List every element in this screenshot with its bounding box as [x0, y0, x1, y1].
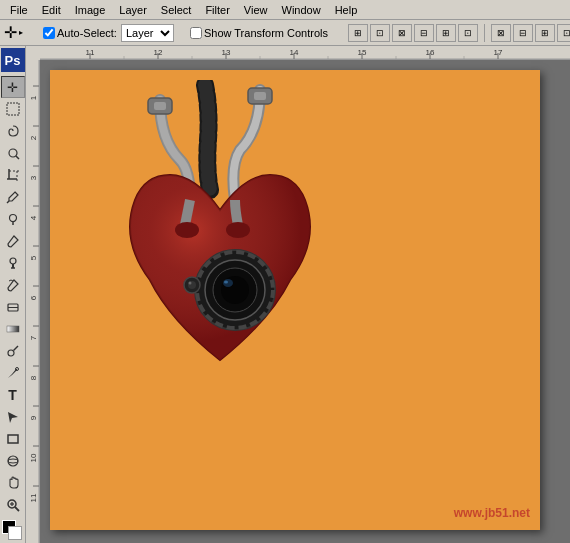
svg-text:13: 13 — [222, 48, 231, 57]
svg-point-1 — [9, 149, 17, 157]
tool-type[interactable]: T — [1, 384, 25, 406]
transform-controls: ⊞ ⊡ ⊠ ⊟ ⊞ ⊡ ⊠ ⊟ ⊞ ⊡ ⊠ ⊟ — [348, 24, 570, 42]
svg-text:10: 10 — [29, 453, 38, 462]
align-right-btn[interactable]: ⊠ — [392, 24, 412, 42]
svg-text:6: 6 — [29, 295, 38, 300]
align-center-h-btn[interactable]: ⊡ — [370, 24, 390, 42]
tool-dodge[interactable] — [1, 340, 25, 362]
svg-text:14: 14 — [290, 48, 299, 57]
tool-move[interactable]: ✛ — [1, 76, 25, 98]
align-bottom-btn[interactable]: ⊡ — [458, 24, 478, 42]
svg-text:4: 4 — [29, 215, 38, 220]
svg-rect-0 — [7, 103, 19, 115]
menu-window[interactable]: Window — [276, 3, 327, 17]
svg-point-85 — [226, 222, 250, 238]
tool-path-select[interactable] — [1, 406, 25, 428]
document-canvas[interactable]: www.jb51.net — [40, 60, 570, 543]
tool-crop[interactable] — [1, 164, 25, 186]
svg-line-17 — [13, 346, 18, 351]
tool-eraser[interactable] — [1, 296, 25, 318]
main-layout: Ps ✛ — [0, 46, 570, 543]
heart-illustration — [80, 80, 360, 460]
show-transform-label: Show Transform Controls — [204, 27, 328, 39]
ruler-left: 1 2 3 4 5 6 7 8 9 10 11 — [26, 46, 40, 543]
distribute-h-btn[interactable]: ⊟ — [513, 24, 533, 42]
svg-rect-71 — [154, 102, 166, 110]
svg-text:1: 1 — [29, 95, 38, 100]
svg-point-84 — [175, 222, 199, 238]
svg-point-80 — [224, 281, 228, 284]
options-divider-4 — [484, 24, 485, 42]
svg-rect-73 — [254, 92, 266, 100]
menu-view[interactable]: View — [238, 3, 274, 17]
svg-text:2: 2 — [29, 135, 38, 140]
svg-text:15: 15 — [358, 48, 367, 57]
menu-layer[interactable]: Layer — [113, 3, 153, 17]
watermark: www.jb51.net — [454, 506, 530, 520]
svg-point-21 — [8, 459, 18, 463]
tool-brush[interactable] — [1, 230, 25, 252]
auto-select-check[interactable]: Auto-Select: — [43, 27, 117, 39]
menu-select[interactable]: Select — [155, 3, 198, 17]
tool-zoom[interactable] — [1, 494, 25, 516]
svg-point-10 — [10, 258, 16, 264]
align-left-btn[interactable]: ⊞ — [348, 24, 368, 42]
show-transform-check[interactable]: Show Transform Controls — [190, 27, 328, 39]
tool-3d[interactable] — [1, 450, 25, 472]
ruler-top: 11 12 13 14 15 16 17 — [40, 46, 570, 60]
document-inner: www.jb51.net — [50, 70, 540, 530]
svg-text:3: 3 — [29, 175, 38, 180]
tool-lasso[interactable] — [1, 120, 25, 142]
svg-text:8: 8 — [29, 375, 38, 380]
svg-point-79 — [223, 279, 233, 287]
svg-point-16 — [8, 350, 14, 356]
align-center-v-btn[interactable]: ⊞ — [436, 24, 456, 42]
svg-point-20 — [8, 456, 18, 466]
svg-text:17: 17 — [494, 48, 503, 57]
svg-line-23 — [15, 507, 19, 511]
svg-rect-15 — [7, 326, 19, 332]
svg-line-7 — [7, 201, 9, 203]
svg-rect-19 — [8, 435, 18, 443]
tool-gradient[interactable] — [1, 318, 25, 340]
svg-line-2 — [16, 156, 19, 159]
auto-select-checkbox[interactable] — [43, 27, 55, 39]
auto-select-dropdown[interactable]: Layer Group — [121, 24, 174, 42]
color-swatches[interactable] — [2, 520, 24, 542]
tool-healing[interactable] — [1, 208, 25, 230]
move-tool-icon: ✛▸ — [4, 23, 23, 42]
svg-text:16: 16 — [426, 48, 435, 57]
distribute-top-btn[interactable]: ⊡ — [557, 24, 570, 42]
menu-edit[interactable]: Edit — [36, 3, 67, 17]
svg-text:11: 11 — [29, 493, 38, 502]
tool-pen[interactable] — [1, 362, 25, 384]
tool-quick-select[interactable] — [1, 142, 25, 164]
svg-text:5: 5 — [29, 255, 38, 260]
tool-eyedropper[interactable] — [1, 186, 25, 208]
menu-help[interactable]: Help — [329, 3, 364, 17]
menu-file[interactable]: File — [4, 3, 34, 17]
tool-clone-stamp[interactable] — [1, 252, 25, 274]
svg-point-8 — [9, 215, 16, 222]
ruler-corner — [26, 46, 40, 60]
distribute-left-btn[interactable]: ⊠ — [491, 24, 511, 42]
svg-text:9: 9 — [29, 415, 38, 420]
svg-text:11: 11 — [86, 48, 95, 57]
svg-point-83 — [189, 282, 192, 285]
tool-hand[interactable] — [1, 472, 25, 494]
align-top-btn[interactable]: ⊟ — [414, 24, 434, 42]
menu-image[interactable]: Image — [69, 3, 112, 17]
tool-marquee[interactable] — [1, 98, 25, 120]
options-bar: ✛▸ Auto-Select: Layer Group Show Transfo… — [0, 20, 570, 46]
tool-history-brush[interactable] — [1, 274, 25, 296]
show-transform-checkbox[interactable] — [190, 27, 202, 39]
svg-text:7: 7 — [29, 335, 38, 340]
auto-select-label: Auto-Select: — [57, 27, 117, 39]
toolbar: Ps ✛ — [0, 46, 26, 543]
svg-text:12: 12 — [154, 48, 163, 57]
tool-rectangle[interactable] — [1, 428, 25, 450]
menu-bar: File Edit Image Layer Select Filter View… — [0, 0, 570, 20]
ps-logo: Ps — [1, 48, 25, 72]
distribute-right-btn[interactable]: ⊞ — [535, 24, 555, 42]
menu-filter[interactable]: Filter — [199, 3, 235, 17]
